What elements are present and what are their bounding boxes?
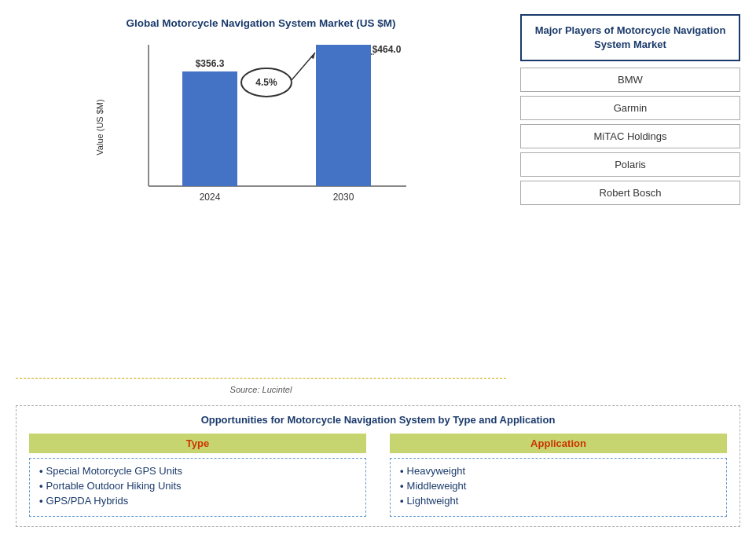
player-item-bmw: BMW (520, 68, 740, 92)
bottom-section: Opportunities for Motorcycle Navigation … (16, 405, 740, 527)
application-item-2: Lightweight (400, 495, 717, 507)
bar-2030 (316, 45, 371, 186)
application-item-1: Middleweight (400, 480, 717, 492)
source-text: Source: Lucintel (230, 385, 292, 394)
application-column: Application Heavyweight Middleweight Lig… (390, 434, 727, 517)
bottom-columns: Type Special Motorcycle GPS Units Portab… (29, 434, 727, 517)
type-item-2: GPS/PDA Hybrids (39, 495, 356, 507)
bar-2030-value: $464.0 (372, 44, 402, 55)
top-section: Global Motorcycle Navigation System Mark… (16, 14, 740, 394)
application-list-box: Heavyweight Middleweight Lightweight (390, 458, 727, 517)
player-item-polaris: Polaris (520, 152, 740, 177)
player-item-mitac: MiTAC Holdings (520, 124, 740, 148)
bar-chart-svg: Value (US $M) $356.3 2024 $464.0 2030 4.… (16, 37, 506, 218)
separator-line (16, 378, 506, 379)
bar-2024-label: 2024 (200, 192, 221, 203)
right-panel: Major Players of Motorcycle Navigation S… (520, 14, 740, 394)
bar-2030-label: 2030 (333, 192, 354, 203)
application-item-0: Heavyweight (400, 465, 717, 477)
y-axis-label: Value (US $M) (95, 99, 105, 155)
type-item-0: Special Motorcycle GPS Units (39, 465, 356, 477)
type-item-1: Portable Outdoor Hiking Units (39, 480, 356, 492)
chart-area: Global Motorcycle Navigation System Mark… (16, 14, 506, 394)
svg-chart-wrapper: Value (US $M) $356.3 2024 $464.0 2030 4.… (16, 37, 506, 373)
bar-2024 (182, 71, 237, 186)
player-item-bosch: Robert Bosch (520, 181, 740, 205)
type-column: Type Special Motorcycle GPS Units Portab… (29, 434, 366, 517)
bar-2024-value: $356.3 (196, 58, 225, 69)
player-item-garmin: Garmin (520, 96, 740, 120)
type-list-box: Special Motorcycle GPS Units Portable Ou… (29, 458, 366, 517)
cagr-label: 4.5% (255, 77, 277, 88)
bottom-section-title: Opportunities for Motorcycle Navigation … (29, 414, 727, 426)
application-header: Application (390, 434, 727, 453)
major-players-box: Major Players of Motorcycle Navigation S… (520, 14, 740, 61)
type-header: Type (29, 434, 366, 453)
major-players-title: Major Players of Motorcycle Navigation S… (533, 24, 728, 52)
chart-title: Global Motorcycle Navigation System Mark… (127, 17, 396, 29)
